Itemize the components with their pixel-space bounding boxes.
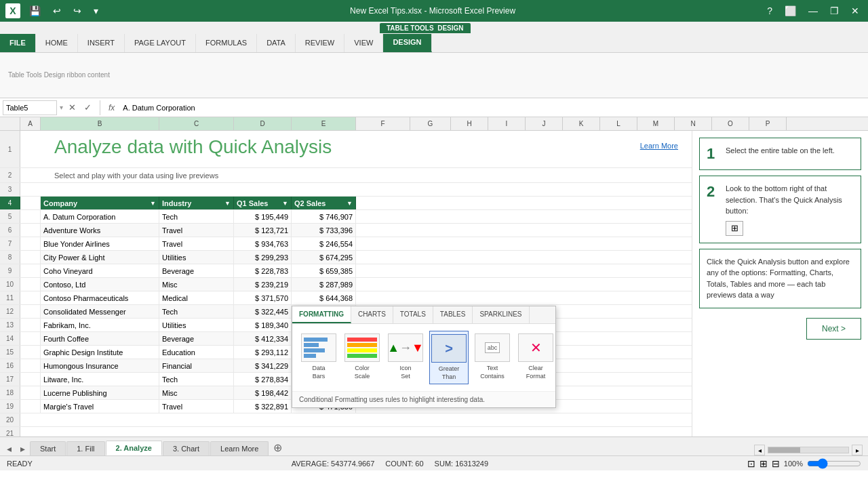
cell-c8[interactable]: Utilities xyxy=(159,251,234,264)
tab-insert[interactable]: INSERT xyxy=(78,34,125,52)
cell-e8[interactable]: $ 674,295 xyxy=(292,251,356,264)
cell-b11[interactable]: Contoso Pharmaceuticals xyxy=(41,291,159,304)
formula-confirm-button[interactable]: ✓ xyxy=(81,102,94,113)
qa-option-text-contains[interactable]: abc TextContains xyxy=(473,331,512,384)
cell-b15[interactable]: Graphic Design Institute xyxy=(41,346,159,359)
cell-a19[interactable] xyxy=(20,400,41,413)
cell-c14[interactable]: Beverage xyxy=(159,332,234,345)
cell-c4-header[interactable]: Industry▼ xyxy=(159,197,234,209)
cell-c17[interactable]: Tech xyxy=(159,373,234,386)
cell-c16[interactable]: Financial xyxy=(159,359,234,372)
col-header-b[interactable]: B xyxy=(41,117,159,130)
cell-a14[interactable] xyxy=(20,332,41,345)
tab-view[interactable]: VIEW xyxy=(344,34,383,52)
cell-d17[interactable]: $ 278,834 xyxy=(234,373,292,386)
scroll-right-button[interactable]: ▸ xyxy=(852,445,863,455)
cell-d7[interactable]: $ 934,763 xyxy=(234,237,292,250)
qa-option-icon-set[interactable]: ▲→▼ IconSet xyxy=(386,331,425,384)
sheet-tab-fill[interactable]: 1. Fill xyxy=(66,441,104,455)
qa-tab-sparklines[interactable]: SPARKLINES xyxy=(473,306,529,323)
name-box[interactable] xyxy=(3,100,57,115)
cell-b3[interactable] xyxy=(20,183,692,196)
page-layout-view-button[interactable]: ⊞ xyxy=(760,458,768,469)
cell-a15[interactable] xyxy=(20,346,41,359)
col-header-n[interactable]: N xyxy=(675,117,712,130)
tab-pagelayout[interactable]: PAGE LAYOUT xyxy=(125,34,196,52)
cell-a10[interactable] xyxy=(20,278,41,291)
qa-tab-totals[interactable]: TOTALS xyxy=(393,306,433,323)
qa-tab-charts[interactable]: CHARTS xyxy=(351,306,393,323)
cell-b7[interactable]: Blue Yonder Airlines xyxy=(41,237,159,250)
help-button[interactable]: ? xyxy=(764,4,776,18)
save-button[interactable]: 💾 xyxy=(26,4,44,18)
cell-d15[interactable]: $ 293,112 xyxy=(234,346,292,359)
cell-b16[interactable]: Humongous Insurance xyxy=(41,359,159,372)
cell-c6[interactable]: Travel xyxy=(159,224,234,237)
cell-d6[interactable]: $ 123,721 xyxy=(234,224,292,237)
cell-d14[interactable]: $ 412,334 xyxy=(234,332,292,345)
tab-home[interactable]: HOME xyxy=(36,34,78,52)
qa-tab-formatting[interactable]: FORMATTING xyxy=(292,306,351,323)
minimize-button[interactable]: — xyxy=(805,4,821,18)
cell-b17[interactable]: Litware, Inc. xyxy=(41,373,159,386)
col-header-p[interactable]: P xyxy=(749,117,787,130)
cell-e6[interactable]: $ 733,396 xyxy=(292,224,356,237)
qa-option-greater-than[interactable]: > GreaterThan xyxy=(429,331,469,384)
cell-b5[interactable]: A. Datum Corporation xyxy=(41,210,159,223)
cell-a13[interactable] xyxy=(20,319,41,331)
cell-b4-header[interactable]: Company▼ xyxy=(41,197,159,209)
cell-d11[interactable]: $ 371,570 xyxy=(234,291,292,304)
cell-b8[interactable]: City Power & Light xyxy=(41,251,159,264)
redo-button[interactable]: ↪ xyxy=(70,4,85,18)
tab-data[interactable]: DATA xyxy=(257,34,296,52)
cell-b18[interactable]: Lucerne Publishing xyxy=(41,386,159,399)
cell-b6[interactable]: Adventure Works xyxy=(41,224,159,237)
cell-d18[interactable]: $ 198,442 xyxy=(234,386,292,399)
cell-a9[interactable] xyxy=(20,264,41,277)
page-break-view-button[interactable]: ⊟ xyxy=(772,458,780,469)
cell-d4-header[interactable]: Q1 Sales▼ xyxy=(234,197,292,209)
cell-c12[interactable]: Tech xyxy=(159,305,234,318)
cell-c15[interactable]: Education xyxy=(159,346,234,359)
cell-d13[interactable]: $ 189,340 xyxy=(234,319,292,331)
col-header-f[interactable]: F xyxy=(356,117,410,130)
cell-a5[interactable] xyxy=(20,210,41,223)
cell-a12[interactable] xyxy=(20,305,41,318)
col-header-l[interactable]: L xyxy=(600,117,637,130)
cell-c9[interactable]: Beverage xyxy=(159,264,234,277)
col-header-g[interactable]: G xyxy=(410,117,451,130)
cell-e5[interactable]: $ 746,907 xyxy=(292,210,356,223)
tab-formulas[interactable]: FORMULAS xyxy=(196,34,257,52)
cell-c7[interactable]: Travel xyxy=(159,237,234,250)
cell-a16[interactable] xyxy=(20,359,41,372)
add-sheet-button[interactable]: ⊕ xyxy=(269,440,286,455)
col-header-e[interactable]: E xyxy=(292,117,356,130)
cell-b13[interactable]: Fabrikam, Inc. xyxy=(41,319,159,331)
close-button[interactable]: ✕ xyxy=(848,4,863,18)
tab-file[interactable]: FILE xyxy=(0,34,36,52)
cell-a11[interactable] xyxy=(20,291,41,304)
cell-c10[interactable]: Misc xyxy=(159,278,234,291)
ribbon-display-button[interactable]: ⬜ xyxy=(781,4,800,18)
cell-a17[interactable] xyxy=(20,373,41,386)
col-header-i[interactable]: I xyxy=(488,117,526,130)
cell-b19[interactable]: Margie's Travel xyxy=(41,400,159,413)
cell-c18[interactable]: Misc xyxy=(159,386,234,399)
learn-more-link[interactable]: Learn More xyxy=(640,142,678,150)
col-header-h[interactable]: H xyxy=(451,117,488,130)
cell-d19[interactable]: $ 322,891 xyxy=(234,400,292,413)
horizontal-scrollbar[interactable] xyxy=(768,447,849,453)
cell-a4[interactable] xyxy=(20,197,41,209)
qa-option-color-scale[interactable]: ColorScale xyxy=(342,331,382,384)
tab-design[interactable]: DESIGN xyxy=(383,34,431,52)
formula-input[interactable] xyxy=(120,102,865,113)
cell-e4-header[interactable]: Q2 Sales▼ xyxy=(292,197,356,209)
restore-button[interactable]: ❐ xyxy=(827,4,842,18)
cell-a6[interactable] xyxy=(20,224,41,237)
cell-d10[interactable]: $ 239,219 xyxy=(234,278,292,291)
cell-b12[interactable]: Consolidated Messenger xyxy=(41,305,159,318)
zoom-slider[interactable] xyxy=(807,458,861,469)
cell-c13[interactable]: Utilities xyxy=(159,319,234,331)
cell-d5[interactable]: $ 195,449 xyxy=(234,210,292,223)
cell-e10[interactable]: $ 287,989 xyxy=(292,278,356,291)
